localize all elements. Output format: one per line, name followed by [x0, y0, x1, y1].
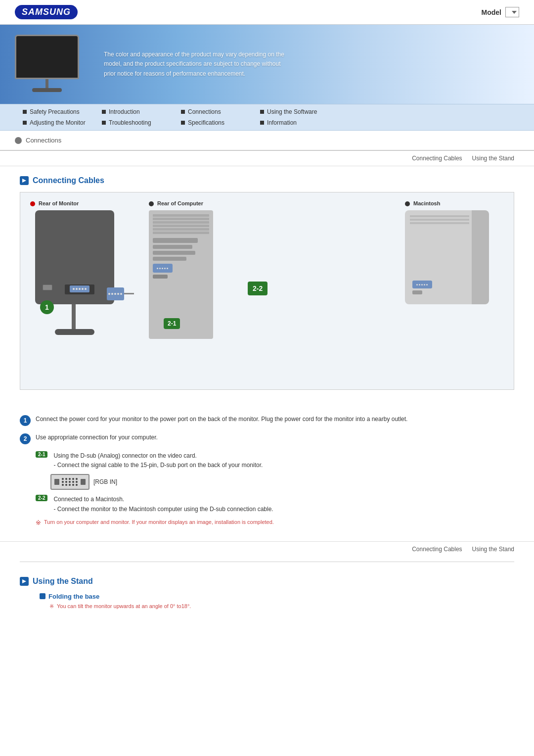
sidebar-item-introduction[interactable]: Introduction	[94, 106, 173, 117]
page-nav-using-stand-bottom[interactable]: Using the Stand	[472, 546, 514, 553]
section-title-text-connecting: Connecting Cables	[33, 176, 104, 185]
banner-monitor-image	[15, 35, 94, 94]
monitor-base-image	[32, 88, 62, 92]
breadcrumb: Connections	[0, 131, 534, 151]
sidebar-item-information[interactable]: Information	[252, 117, 331, 128]
instruction-text-2: Use appropriate connection for your comp…	[36, 433, 158, 442]
tilt-note: ※ You can tilt the monitor upwards at an…	[49, 603, 514, 610]
nav-label-info: Information	[267, 119, 297, 126]
nav-bar: Safety Precautions Introduction Connecti…	[0, 104, 534, 131]
note-symbol: ※	[36, 519, 41, 526]
sidebar-item-connections[interactable]: Connections	[173, 106, 252, 117]
sub-instruction-text-2-2: Connected to a Macintosh. - Connect the …	[53, 495, 273, 514]
section-title-using-stand: Using the Stand	[20, 577, 514, 586]
rear-computer-label: Rear of Computer	[149, 200, 228, 206]
instructions-area: 1 Connect the power cord for your monito…	[0, 410, 534, 536]
section-icon-connecting	[20, 176, 29, 185]
connecting-cables-section: Connecting Cables Rear of Monitor	[0, 166, 534, 410]
section-title-connecting: Connecting Cables	[20, 176, 514, 185]
folding-icon	[40, 593, 45, 599]
instruction-num-2: 2	[20, 433, 31, 444]
instruction-text-1: Connect the power cord for your monitor …	[36, 415, 407, 424]
breadcrumb-text: Connections	[26, 137, 61, 144]
nav-label-intro: Introduction	[109, 108, 140, 115]
rear-computer-label-area: Rear of Computer	[149, 200, 228, 349]
breadcrumb-icon	[15, 137, 22, 144]
page-nav-bottom: Connecting Cables Using the Stand	[0, 541, 534, 557]
sub-instruction-item-2-2: 2-2 Connected to a Macintosh. - Connect …	[36, 495, 514, 514]
page-nav-connecting-cables-top[interactable]: Connecting Cables	[412, 155, 462, 162]
model-select[interactable]	[505, 7, 519, 17]
section-icon-stand	[20, 577, 29, 586]
nav-row-2: Adjusting the Monitor Troubleshooting Sp…	[15, 117, 519, 128]
sidebar-item-safety[interactable]: Safety Precautions	[15, 106, 94, 117]
header: SAMSUNG Model	[0, 0, 534, 25]
note-text-content: Turn on your computer and monitor. If yo…	[44, 519, 274, 525]
svg-marker-0	[22, 179, 26, 183]
badge-2-1: 2-1	[164, 318, 180, 329]
section-title-text-stand: Using the Stand	[33, 577, 93, 586]
diagram-box: Rear of Monitor	[20, 192, 514, 390]
nav-label-safety: Safety Precautions	[30, 108, 80, 115]
sub-instruction-2-1: 2-1 Using the D-sub (Analog) connector o…	[36, 451, 514, 490]
instruction-num-1: 1	[20, 415, 31, 426]
nav-bullet-icon	[260, 121, 264, 125]
folding-base-subsection: Folding the base ※ You can tilt the moni…	[20, 593, 514, 610]
banner: The color and appearance of the product …	[0, 25, 534, 104]
rear-monitor-label: Rear of Monitor	[30, 200, 129, 206]
sub-instruction-2-2: 2-2 Connected to a Macintosh. - Connect …	[36, 495, 514, 514]
samsung-logo: SAMSUNG	[15, 5, 78, 19]
rgb-in-port: [RGB IN]	[50, 474, 514, 490]
folding-base-title: Folding the base	[40, 593, 514, 600]
monitor-stand-image	[45, 79, 48, 88]
page-nav-connecting-cables-bottom[interactable]: Connecting Cables	[412, 546, 462, 553]
sidebar-item-software[interactable]: Using the Software	[252, 106, 331, 117]
nav-bullet-icon	[181, 110, 185, 114]
nav-label-software: Using the Software	[267, 108, 317, 115]
sub-badge-2-1: 2-1	[36, 451, 47, 458]
tilt-note-text: You can tilt the monitor upwards at an a…	[57, 603, 191, 609]
sub-instruction-item-2-1: 2-1 Using the D-sub (Analog) connector o…	[36, 451, 514, 470]
svg-marker-1	[22, 579, 26, 583]
instruction-1: 1 Connect the power cord for your monito…	[20, 415, 514, 426]
instruction-2: 2 Use appropriate connection for your co…	[20, 433, 514, 444]
nav-bullet-icon	[23, 121, 27, 125]
nav-label-troubleshooting: Troubleshooting	[109, 119, 151, 126]
rgb-in-label: [RGB IN]	[93, 478, 117, 485]
page-nav-using-stand-top[interactable]: Using the Stand	[472, 155, 514, 162]
monitor-screen-image	[15, 35, 79, 79]
sidebar-item-adjusting[interactable]: Adjusting the Monitor	[15, 117, 94, 128]
nav-bullet-icon	[23, 110, 27, 114]
nav-bullet-icon	[181, 121, 185, 125]
nav-bullet-icon	[102, 110, 106, 114]
nav-label-specs: Specifications	[188, 119, 224, 126]
nav-row-1: Safety Precautions Introduction Connecti…	[15, 106, 519, 117]
tilt-note-symbol: ※	[49, 603, 54, 610]
macintosh-label-area: Macintosh	[405, 200, 504, 319]
sidebar-item-specifications[interactable]: Specifications	[173, 117, 252, 128]
sub-instruction-text-2-1: Using the D-sub (Analog) connector on th…	[53, 451, 263, 470]
rear-monitor-label-area: Rear of Monitor	[30, 200, 129, 339]
nav-bullet-icon	[260, 110, 264, 114]
folding-base-label: Folding the base	[48, 593, 99, 600]
section-divider	[20, 562, 514, 562]
using-the-stand-section: Using the Stand Folding the base ※ You c…	[0, 567, 534, 619]
macintosh-label: Macintosh	[405, 200, 504, 206]
banner-text: The color and appearance of the product …	[104, 50, 292, 79]
badge-1: 1	[40, 300, 54, 314]
nav-label-connections: Connections	[188, 108, 221, 115]
sidebar-item-troubleshooting[interactable]: Troubleshooting	[94, 117, 173, 128]
nav-bullet-icon	[102, 121, 106, 125]
page-nav-top: Connecting Cables Using the Stand	[0, 151, 534, 166]
badge-2-2: 2-2	[248, 282, 267, 295]
model-area: Model	[482, 7, 519, 17]
installation-note: ※ Turn on your computer and monitor. If …	[36, 519, 514, 526]
nav-label-adjusting: Adjusting the Monitor	[30, 119, 86, 126]
model-label: Model	[482, 8, 501, 16]
sub-badge-2-2: 2-2	[36, 495, 47, 501]
